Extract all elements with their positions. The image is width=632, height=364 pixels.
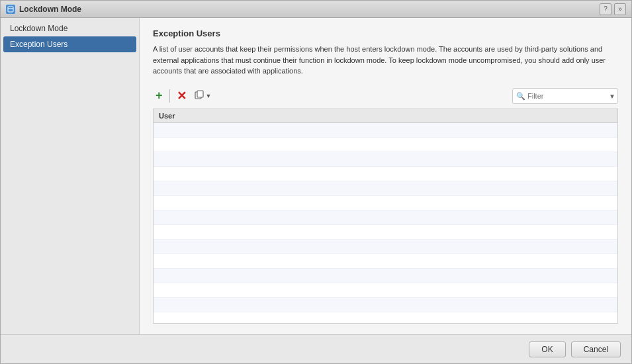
table-rows [154,123,617,324]
ok-button[interactable]: OK [529,341,565,357]
table-row [154,196,617,210]
add-icon: + [156,89,163,103]
svg-rect-0 [8,7,13,12]
filter-search-icon: 🔍 [516,91,525,100]
toolbar: + ✕ ▼ 🔍 [153,87,618,105]
copy-button[interactable]: ▼ [192,89,214,103]
toolbar-divider [169,89,170,103]
expand-button[interactable]: » [614,3,626,15]
table-row [154,167,617,181]
column-user: User [159,112,175,120]
table-header: User [154,109,617,123]
title-bar-left: Lockdown Mode [6,5,81,14]
sidebar: Lockdown Mode Exception Users [1,18,140,334]
table-row [154,283,617,298]
copy-dropdown-icon: ▼ [206,93,212,99]
window-icon [6,5,15,14]
table-row [154,298,617,312]
table-row [154,225,617,240]
section-title: Exception Users [153,28,618,38]
table-row [154,152,617,167]
table-row [154,123,617,138]
sidebar-item-exception-users[interactable]: Exception Users [3,36,136,52]
table-row [154,181,617,196]
main-content: Lockdown Mode Exception Users Exception … [1,18,631,334]
title-bar-controls: ? » [600,3,626,15]
table-row [154,254,617,269]
filter-container: 🔍 ▼ [512,88,618,104]
table-row [154,312,617,324]
svg-rect-3 [197,91,203,97]
table-container: User [153,109,618,324]
copy-icon [195,90,205,101]
delete-icon: ✕ [177,89,187,103]
footer: OK Cancel [1,334,631,363]
delete-button[interactable]: ✕ [174,87,189,105]
table-row [154,210,617,225]
cancel-button[interactable]: Cancel [571,341,621,357]
content-area: Exception Users A list of user accounts … [140,18,631,334]
window: Lockdown Mode ? » Lockdown Mode Exceptio… [0,0,632,364]
table-row [154,269,617,283]
filter-input[interactable] [512,88,618,104]
title-bar: Lockdown Mode ? » [1,1,631,18]
table-row [154,138,617,152]
table-row [154,240,617,254]
filter-dropdown-icon[interactable]: ▼ [609,92,615,99]
add-button[interactable]: + [153,87,165,104]
description: A list of user accounts that keep their … [153,44,618,77]
sidebar-item-lockdown-mode[interactable]: Lockdown Mode [3,21,136,36]
window-title: Lockdown Mode [19,5,81,14]
help-button[interactable]: ? [600,3,611,15]
